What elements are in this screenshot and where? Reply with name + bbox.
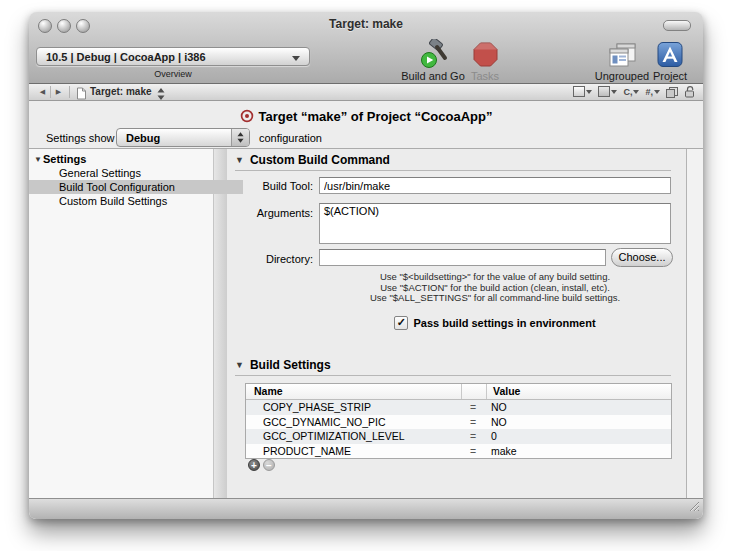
pass-build-settings-label: Pass build settings in environment (413, 317, 595, 329)
sidebar-group-settings[interactable]: ▼Settings (29, 152, 218, 166)
directory-label: Directory: (235, 253, 313, 265)
remove-setting-button[interactable]: − (263, 459, 275, 471)
symbols-menu[interactable]: #, (645, 87, 660, 97)
tasks-label: Tasks (449, 70, 521, 82)
chevron-down-icon (633, 90, 639, 94)
breadcrumb[interactable]: Target: make (90, 86, 152, 97)
column-header-operator[interactable] (461, 384, 486, 399)
table-row[interactable]: PRODUCT_NAME = make (246, 444, 671, 459)
overview-popup[interactable]: 10.5 | Debug | CocoaApp | i386 (36, 47, 310, 66)
navbar-menus: C, #, (573, 85, 695, 98)
settings-show-label: Settings show (46, 132, 114, 144)
toolbar-toggle-button[interactable] (663, 20, 691, 31)
table-row[interactable]: COPY_PHASE_STRIP = NO (246, 400, 671, 415)
chevron-down-icon (611, 90, 617, 94)
window-title: Target: make (29, 17, 703, 31)
lock-button[interactable] (683, 85, 695, 98)
bookmarks-menu[interactable] (598, 86, 617, 97)
section-build-settings: ▼Build Settings (235, 358, 331, 372)
configuration-label: configuration (259, 132, 322, 144)
build-settings-table: Name Value COPY_PHASE_STRIP = NO GCC_DYN… (245, 383, 672, 459)
build-tool-label: Build Tool: (235, 180, 313, 192)
back-button[interactable]: ◀ (35, 86, 51, 98)
grouping-button[interactable] (666, 87, 677, 97)
status-bar (29, 498, 703, 519)
arguments-label: Arguments: (235, 207, 313, 219)
table-row[interactable]: GCC_DYNAMIC_NO_PIC = NO (246, 415, 671, 430)
divider (235, 170, 671, 171)
chevron-down-icon (586, 90, 592, 94)
counterparts-menu[interactable]: C, (623, 87, 639, 97)
choose-button[interactable]: Choose... (611, 248, 673, 267)
sidebar-item-general-settings[interactable]: General Settings (29, 166, 243, 180)
editor-header-zone: Target “make” of Project “CocoaApp” Sett… (29, 101, 703, 149)
directory-input[interactable] (319, 249, 606, 266)
table-row[interactable]: GCC_OPTIMIZATION_LEVEL = 0 (246, 429, 671, 444)
column-header-name[interactable]: Name (246, 384, 461, 399)
xcode-target-window: Target: make 10.5 | Debug | CocoaApp | i… (29, 12, 703, 519)
page-title: Target “make” of Project “CocoaApp” (29, 109, 703, 124)
content-scrollbar[interactable] (686, 149, 703, 499)
tasks-button[interactable]: Tasks (449, 39, 521, 82)
add-setting-button[interactable]: + (248, 459, 260, 471)
build-tool-input[interactable] (319, 177, 671, 194)
included-files-menu[interactable] (573, 86, 592, 97)
pass-build-settings-checkbox-row: ✓ Pass build settings in environment (319, 316, 671, 330)
disclosure-triangle-icon[interactable]: ▼ (235, 360, 244, 370)
project-button[interactable]: Project (634, 39, 703, 82)
configuration-popup[interactable]: Debug (116, 128, 250, 147)
table-header: Name Value (246, 384, 671, 400)
unlock-icon (683, 85, 695, 98)
overview-popup-value: 10.5 | Debug | CocoaApp | i386 (46, 51, 206, 63)
divider (69, 86, 70, 98)
disclosure-triangle-icon[interactable]: ▼ (235, 155, 244, 165)
editor-navigation-bar: ◀ ▶ Target: make C, #, (29, 84, 703, 101)
pass-build-settings-checkbox[interactable]: ✓ (394, 316, 408, 330)
overview-caption: Overview (36, 69, 310, 79)
project-icon (634, 39, 703, 70)
divider (235, 375, 671, 376)
chevron-down-icon (292, 56, 300, 61)
build-setting-help-text: Use "$<buildsetting>" for the value of a… (319, 272, 671, 304)
disclosure-triangle-icon[interactable]: ▼ (34, 153, 42, 167)
sidebar-item-custom-build-settings[interactable]: Custom Build Settings (29, 194, 243, 208)
sidebar-item-build-tool-configuration[interactable]: Build Tool Configuration (29, 180, 243, 194)
chevron-down-icon (654, 90, 660, 94)
window-chrome: Target: make 10.5 | Debug | CocoaApp | i… (29, 12, 703, 84)
stacked-pages-icon (666, 87, 677, 97)
forward-button[interactable]: ▶ (51, 86, 66, 98)
configuration-popup-value: Debug (126, 132, 160, 144)
section-custom-build-command: ▼Custom Build Command (235, 153, 390, 167)
resize-grip[interactable] (687, 498, 700, 516)
tasks-stop-icon (449, 39, 521, 70)
column-header-value[interactable]: Value (486, 384, 671, 399)
target-icon (240, 109, 254, 123)
arguments-textarea[interactable]: $(ACTION) (319, 203, 671, 244)
project-label: Project (634, 70, 703, 82)
history-segmented-control: ◀ ▶ (35, 86, 66, 98)
popup-stepper-icon (231, 129, 249, 146)
